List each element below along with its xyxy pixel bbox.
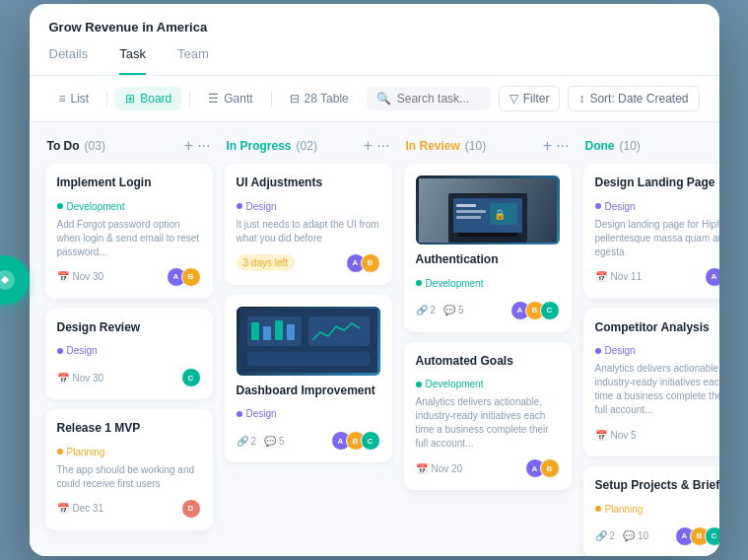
- search-box: 🔍: [367, 87, 491, 110]
- search-icon: 🔍: [376, 92, 391, 105]
- card-setup-projects[interactable]: Setup Projects & Brief Planning 🔗 2: [583, 466, 719, 556]
- column-done-title: Done (10): [585, 139, 641, 153]
- card-avatars: A B: [705, 267, 719, 287]
- card-avatars: D: [181, 499, 201, 519]
- tab-task[interactable]: Task: [119, 46, 146, 75]
- card-image: [237, 307, 380, 376]
- tag-dot: [416, 280, 422, 286]
- comment-icon: 💬: [623, 530, 635, 541]
- comment-stat: 💬 10: [623, 530, 648, 541]
- list-icon: ≡: [59, 92, 66, 105]
- tab-details[interactable]: Details: [49, 46, 89, 75]
- card-footer: 🔗 2 💬 5 A B C: [416, 301, 560, 320]
- tag-dot: [57, 203, 63, 209]
- divider: [106, 91, 107, 106]
- card-date: 📅 Nov 5: [595, 430, 637, 441]
- link-icon: 🔗: [416, 305, 428, 315]
- tab-team[interactable]: Team: [177, 46, 209, 75]
- svg-rect-4: [247, 352, 370, 366]
- card-dashboard-improvement[interactable]: Dashboard Improvement Design 🔗 2 💬: [225, 295, 392, 463]
- card-date: 📅 Nov 20: [416, 463, 463, 474]
- filter-button[interactable]: ▽ Filter: [499, 86, 561, 111]
- card-date: 📅 Nov 30: [57, 373, 104, 384]
- link-stat: 🔗 2: [237, 436, 257, 447]
- tag-dot: [416, 382, 422, 387]
- card-design-landing[interactable]: Design Landing Page Design Design landin…: [583, 164, 719, 299]
- card-tag: Design: [595, 345, 636, 356]
- card-footer: 📅 Nov 5 A: [595, 425, 719, 445]
- view-list-btn[interactable]: ≡ List: [49, 87, 100, 110]
- card-design-review[interactable]: Design Review Design 📅 Nov 30 C: [45, 309, 213, 400]
- card-tag: Development: [57, 201, 125, 212]
- avatar: B: [540, 458, 560, 478]
- view-table-btn[interactable]: ⊟ 28 Table: [280, 87, 359, 110]
- card-stats: 🔗 2 💬 5: [416, 305, 464, 315]
- calendar-icon: 📅: [57, 373, 69, 384]
- calendar-icon: 📅: [57, 271, 69, 282]
- card-tag: Development: [416, 379, 484, 389]
- svg-rect-15: [456, 210, 486, 213]
- more-todo-btn[interactable]: ···: [197, 138, 210, 154]
- toolbar: ≡ List ⊞ Board ☰ Gantt ⊟ 28 Table 🔍: [30, 76, 719, 122]
- card-title: Competitor Analysis: [595, 320, 719, 334]
- card-desc: It just needs to adapt the UI from what …: [237, 218, 380, 245]
- sort-button[interactable]: ↕ Sort: Date Created: [568, 86, 699, 111]
- card-competitor-analysis[interactable]: Competitor Analysis Design Analytics del…: [583, 309, 719, 457]
- tag-dot: [595, 203, 601, 209]
- calendar-icon: 📅: [595, 430, 607, 441]
- card-authentication[interactable]: 🔒 Authentication Development 🔗: [404, 164, 572, 332]
- card-footer: 🔗 2 💬 5 A B C: [237, 431, 380, 451]
- more-inreview-btn[interactable]: ···: [556, 138, 569, 154]
- calendar-icon: 📅: [416, 463, 428, 474]
- card-desc: Analytics delivers actionable, industry-…: [416, 395, 560, 451]
- table-icon: ⊟: [290, 92, 300, 105]
- card-ui-adjustments[interactable]: UI Adjustments Design It just needs to a…: [225, 164, 392, 285]
- svg-rect-5: [251, 322, 259, 340]
- card-implement-login[interactable]: Implement Login Development Add Forgot p…: [45, 164, 213, 299]
- svg-rect-14: [456, 204, 476, 207]
- comment-stat: 💬 5: [264, 436, 285, 447]
- tag-dot: [237, 411, 242, 417]
- avatar: D: [181, 499, 201, 519]
- tag-dot: [595, 506, 601, 512]
- card-automated-goals[interactable]: Automated Goals Development Analytics de…: [404, 342, 572, 491]
- header: Grow Revenue in America Details Task Tea…: [30, 4, 719, 76]
- search-input[interactable]: [397, 92, 481, 105]
- add-inprogress-btn[interactable]: +: [364, 138, 373, 154]
- card-desc: Design landing page for Hiphoric pellent…: [595, 218, 719, 259]
- view-gantt-btn[interactable]: ☰ Gantt: [198, 87, 262, 110]
- card-desc: Analytics delivers actionable, industry-…: [595, 362, 719, 417]
- tag-dot: [237, 203, 242, 209]
- svg-rect-6: [263, 326, 271, 340]
- card-image: 🔒: [416, 175, 560, 245]
- add-inreview-btn[interactable]: +: [543, 138, 552, 154]
- add-todo-btn[interactable]: +: [184, 138, 193, 154]
- column-todo-title: To Do (03): [47, 139, 105, 153]
- tag-dot: [595, 348, 601, 354]
- card-tag: Development: [416, 278, 484, 289]
- avatar: B: [181, 267, 201, 287]
- comment-icon: 💬: [264, 436, 276, 447]
- column-todo: To Do (03) + ··· Implement Login Develop…: [45, 138, 213, 540]
- card-image-inner: 🔒: [416, 175, 560, 245]
- card-tag: Planning: [595, 504, 644, 515]
- card-title: Automated Goals: [416, 354, 560, 368]
- filter-icon: ▽: [510, 92, 518, 105]
- card-tag: Design: [237, 408, 277, 419]
- app-logo: [0, 255, 30, 305]
- board-container: To Do (03) + ··· Implement Login Develop…: [30, 122, 719, 556]
- card-release-mvp[interactable]: Release 1 MVP Planning The app should be…: [45, 409, 213, 530]
- svg-rect-8: [287, 324, 295, 340]
- column-inprogress-title: In Progress (02): [227, 139, 317, 153]
- calendar-icon: 📅: [57, 503, 69, 514]
- card-title: Implement Login: [57, 175, 201, 189]
- card-date: 📅 Nov 11: [595, 271, 643, 282]
- svg-rect-16: [456, 216, 481, 219]
- view-board-btn[interactable]: ⊞ Board: [115, 87, 181, 110]
- avatar: B: [361, 253, 380, 273]
- column-inreview-title: In Review (10): [406, 139, 487, 153]
- avatar: C: [181, 368, 201, 387]
- card-tag: Design: [237, 201, 277, 212]
- more-inprogress-btn[interactable]: ···: [376, 138, 389, 154]
- link-icon: 🔗: [237, 436, 248, 447]
